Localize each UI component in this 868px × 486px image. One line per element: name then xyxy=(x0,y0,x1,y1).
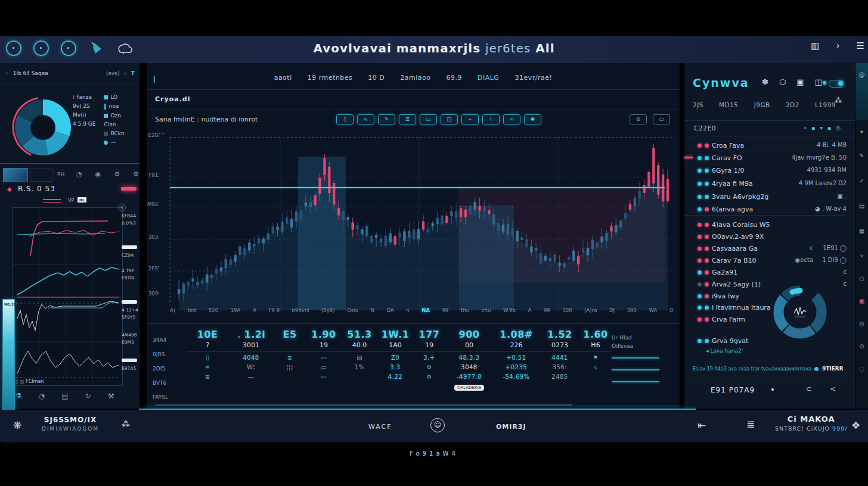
thumbnail-slot[interactable] xyxy=(30,169,52,182)
stat-column-9[interactable]: 1.5202734441356:2485 xyxy=(540,329,579,403)
horizontal-scrollbar[interactable] xyxy=(155,404,572,406)
settings-gear-icon[interactable]: ❋ xyxy=(13,419,21,431)
stat-detail: — xyxy=(229,373,273,380)
shield2-icon[interactable]: ⊙ xyxy=(855,343,868,350)
indent-icon[interactable]: ⇤ xyxy=(698,419,706,431)
menu-item-6[interactable]: 31evr/rae! xyxy=(514,74,552,82)
stat-column-1[interactable]: ⌄ 1.2i30014048W⁝— xyxy=(229,329,273,403)
stat-column-8[interactable]: 1.08#226+0.51+0235-54.69% xyxy=(492,329,540,403)
menu-item-4[interactable]: 69.9 xyxy=(447,74,463,82)
layers-icon[interactable]: ▤ xyxy=(855,202,868,209)
sub-item[interactable]: ◂ Lava hana2' xyxy=(706,348,743,354)
columns-icon[interactable]: ▥ xyxy=(811,40,819,51)
draw-tool-2[interactable]: ✎ xyxy=(378,114,395,124)
draw-tool-5[interactable]: ◫ xyxy=(441,114,458,124)
stat-column-3[interactable]: 1.9019▭▭▭ xyxy=(306,329,341,403)
ring-icon[interactable]: ◎ xyxy=(855,320,868,327)
list-item-label: O0avv.2-av9 9X xyxy=(712,233,764,241)
tab-ph-label[interactable]: PH xyxy=(57,172,64,177)
clock-icon[interactable]: ◔ xyxy=(39,392,45,400)
menu-item-2[interactable]: 10 D xyxy=(368,74,385,82)
panel-icon[interactable]: ▤ xyxy=(61,392,68,400)
stat-column-0[interactable]: 10E7▯≣≣ xyxy=(186,329,229,403)
draw-tool-7[interactable]: ⌇ xyxy=(482,114,500,124)
extra-tool-1[interactable]: ▭ xyxy=(653,114,670,124)
stat-sub-value: 1A0 xyxy=(378,341,413,351)
nav-order[interactable]: OMIR3J xyxy=(496,423,526,431)
menu-item-0[interactable]: aaotl xyxy=(274,74,292,82)
draw-tool-3[interactable]: ≣ xyxy=(399,114,416,124)
list-item-6[interactable]: 4)ava Coraisu W5 xyxy=(698,221,847,229)
cursor-icon[interactable]: ✦ xyxy=(855,129,868,135)
stat-column-4[interactable]: 51.340.0▤1% xyxy=(341,329,378,403)
account-block[interactable]: Ci MAKOA SNTBRC! CiXUJO 999/ xyxy=(775,415,847,432)
stat-big-value: 177 xyxy=(413,329,446,340)
alert-badge[interactable] xyxy=(121,187,137,191)
stat-column-6[interactable]: 177193.+⚙⚙ xyxy=(413,329,446,403)
nav-watch[interactable]: WACF xyxy=(368,423,392,431)
pager-icon-1[interactable]: < xyxy=(830,385,836,393)
list-item-4[interactable]: 3varu A6vrpkg2g xyxy=(698,193,847,201)
x-tick: WA xyxy=(649,307,658,313)
list-item-10[interactable]: Ga2a91 xyxy=(698,269,847,276)
range-label[interactable]: (avs) xyxy=(106,70,120,76)
pin-label[interactable]: T xyxy=(131,70,135,76)
x-tick: A xyxy=(253,307,256,313)
chart-thumbnail[interactable] xyxy=(3,168,28,182)
flask-icon[interactable]: ⚗ xyxy=(16,392,22,400)
extra-tool-0[interactable]: ⊘ xyxy=(630,114,647,124)
refresh-icon[interactable]: ↻ xyxy=(85,392,91,400)
draw-tool-9[interactable]: ✱ xyxy=(524,114,541,124)
menu-item-3[interactable]: 2amlaoo xyxy=(400,74,430,82)
symbol-label[interactable]: Cryoa.dl xyxy=(155,95,190,103)
watchlist: Croa Fava4 Bi. 4 M8Carav FO4jav mvrg7e B… xyxy=(684,63,855,409)
circle-icon[interactable]: ○ xyxy=(855,275,868,282)
pager-icon-0[interactable]: ⊂ xyxy=(806,385,812,393)
left-header-label: 1ib 64 Saqea xyxy=(13,70,48,76)
brand-block[interactable]: SJ6SSMO/IX DIMIAWIAOGOM xyxy=(42,416,99,432)
menu-item-1[interactable]: 19 rmetnbes xyxy=(308,74,353,82)
x-tick: N xyxy=(370,307,374,313)
main-chart[interactable] xyxy=(159,134,677,319)
status-dot-icon xyxy=(705,282,709,286)
stat-column-10[interactable]: 1.60H6⚑∿ xyxy=(579,329,612,403)
allocation-donut xyxy=(6,91,80,167)
left-tab-icon-1[interactable]: ◉ xyxy=(95,170,101,178)
stat-column-2[interactable]: E5 ≣¦¦¦ xyxy=(273,329,306,403)
clover-icon[interactable]: ❖ xyxy=(851,419,860,431)
spark-icon[interactable]: ✧ xyxy=(855,253,868,259)
list-item-value: c xyxy=(844,269,847,275)
sparkle-icon[interactable]: ⁂ xyxy=(122,419,130,429)
stat-sub-value: 3001 xyxy=(229,341,273,351)
pin-mini-icon[interactable]: ❙ xyxy=(151,75,157,83)
stat-column-5[interactable]: 1W.11A0Z03.34.22 xyxy=(378,329,413,403)
list-item-7[interactable]: O0avv.2-av9 9X xyxy=(698,233,847,241)
stat-icon: ▭ xyxy=(306,364,341,370)
menu-icon[interactable]: ☰ xyxy=(857,40,864,51)
tools-icon[interactable]: ⚒ xyxy=(108,392,114,400)
anchor-icon[interactable]: a xyxy=(118,204,126,211)
menu-item-5[interactable]: DIALG xyxy=(478,74,499,82)
left-tab-icon-3[interactable]: ⚙ xyxy=(133,170,139,178)
avatar-icon[interactable]: ☺ xyxy=(430,418,445,432)
grid-icon[interactable]: ▦ xyxy=(855,228,868,234)
chevron-icon[interactable]: › xyxy=(124,70,126,76)
check-icon[interactable]: ✓ xyxy=(855,177,868,184)
stat-column-7[interactable]: 9000048.3.33048-4977.8CHLADEKIS xyxy=(446,329,492,403)
power-icon[interactable]: ◌ xyxy=(855,366,868,372)
stop-icon[interactable]: ▣ xyxy=(855,298,868,304)
at-icon[interactable]: @ xyxy=(855,71,868,78)
chevron-right-icon[interactable]: › xyxy=(836,40,840,51)
left-tab-icon-0[interactable]: ◔ xyxy=(76,170,82,178)
draw-tool-6[interactable]: ⌁ xyxy=(461,114,479,124)
equals-icon[interactable]: ≣ xyxy=(746,418,755,430)
status-dot-icon xyxy=(698,317,702,322)
draw-tool-4[interactable]: ▭ xyxy=(420,114,437,124)
left-tab-icon-2[interactable]: ⚙ xyxy=(114,170,120,178)
draw-tool-0[interactable]: ▯ xyxy=(336,114,354,124)
stat-big-value: ⌄ 1.2i xyxy=(229,329,273,340)
draw-tool-8[interactable]: ≈ xyxy=(503,114,520,124)
draw-tool-1[interactable]: ∿ xyxy=(357,114,374,124)
status-dot-icon xyxy=(698,258,702,263)
edit-icon[interactable]: ✎ xyxy=(855,152,868,159)
